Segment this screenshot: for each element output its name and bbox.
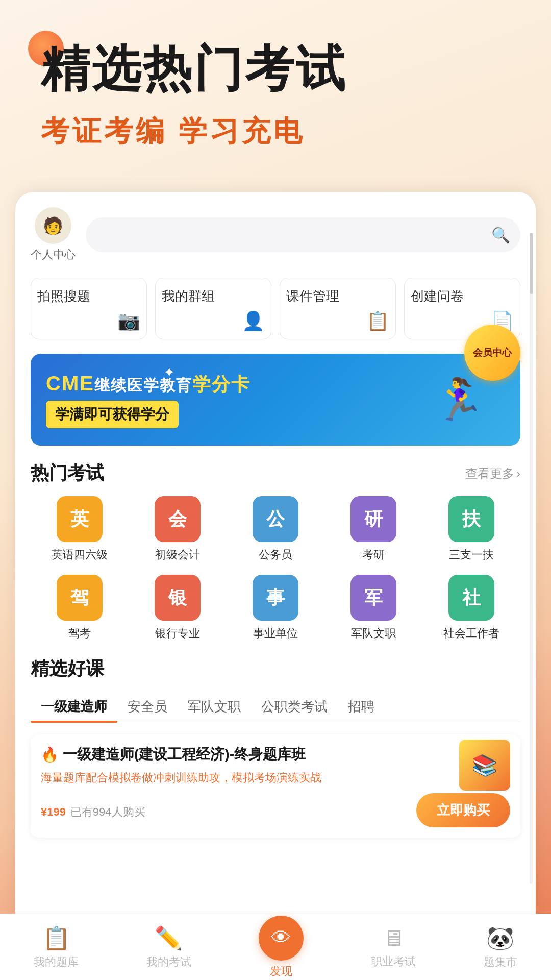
hero-section: 精选热门考试 考证考编 学习充电	[0, 0, 551, 172]
questionnaire-label: 创建问卷	[411, 287, 464, 305]
good-courses-title: 精选好课	[31, 656, 104, 681]
avatar: 🧑	[35, 207, 71, 244]
member-badge[interactable]: 会员中心	[464, 325, 520, 381]
courseware-label: 课件管理	[286, 287, 339, 305]
question-market-icon: 🐼	[486, 925, 514, 951]
exam-icon-english: 英	[57, 496, 103, 542]
exam-label-social: 社会工作者	[443, 626, 499, 641]
hero-title: 精选热门考试	[41, 41, 520, 97]
exam-label-accounting: 初级会计	[155, 547, 200, 562]
question-market-label: 题集市	[484, 954, 517, 970]
exam-item-banking[interactable]: 银 银行专业	[129, 575, 227, 641]
tab-recruitment[interactable]: 招聘	[338, 692, 385, 722]
exam-icon-sanzhiyifu: 扶	[448, 496, 494, 542]
nav-career-exam[interactable]: 🖥 职业考试	[361, 920, 426, 974]
exam-label-military: 军队文职	[351, 626, 396, 641]
buy-button[interactable]: 立即购买	[416, 793, 510, 827]
good-courses-section: 精选好课 一级建造师 安全员 军队文职 公职类考试 招聘 🔥 一级建造师(建设工…	[31, 656, 520, 838]
quick-action-courseware[interactable]: 课件管理 📋	[280, 278, 396, 339]
course-thumbnail: 📚	[459, 740, 510, 791]
exam-item-sanzhiyifu[interactable]: 扶 三支一扶	[422, 496, 520, 562]
exam-label-english: 英语四六级	[52, 547, 108, 562]
course-meta: ¥199 已有994人购买 立即购买	[41, 793, 510, 827]
quick-action-group[interactable]: 我的群组 👤	[155, 278, 271, 339]
exam-label-sanzhiyifu: 三支一扶	[449, 547, 494, 562]
exam-icon-institution: 事	[253, 575, 298, 621]
my-questions-label: 我的题库	[34, 954, 79, 970]
nav-question-market[interactable]: 🐼 题集市	[473, 920, 528, 975]
tab-military-civil[interactable]: 军队文职	[178, 692, 251, 722]
course-card[interactable]: 🔥 一级建造师(建设工程经济)-终身题库班 海量题库配合模拟卷做冲刺训练助攻，模…	[31, 734, 520, 838]
hero-title-text: 精选热门考试	[41, 41, 347, 96]
career-exam-label: 职业考试	[371, 954, 416, 969]
app-card: 🧑 个人中心 🔍 拍照搜题 📷 我的群组 👤 课件管理 📋 创建问卷 📄 CM	[15, 192, 536, 924]
banner-title: CME继续医学教育学分卡	[46, 371, 251, 396]
exam-icon-driving: 驾	[57, 575, 103, 621]
exam-icon-military: 军	[350, 575, 396, 621]
exam-icon-banking: 银	[155, 575, 201, 621]
cme-banner[interactable]: CME继续医学教育学分卡 学满即可获得学分 ✦ 🏃‍♀️	[31, 354, 520, 446]
camera-icon: 📷	[117, 310, 140, 332]
quick-actions: 拍照搜题 📷 我的群组 👤 课件管理 📋 创建问卷 📄	[31, 278, 520, 339]
bottom-nav: 📋 我的题库 ✏️ 我的考试 👁 发现 🖥 职业考试 🐼 题集市	[0, 914, 551, 980]
tab-public-exam[interactable]: 公职类考试	[251, 692, 338, 722]
member-badge-label: 会员中心	[473, 346, 512, 359]
discover-icon: 👁	[259, 916, 304, 961]
exam-item-civil[interactable]: 公 公务员	[227, 496, 324, 562]
exam-icon-social: 社	[448, 575, 494, 621]
tab-constructor[interactable]: 一级建造师	[31, 692, 117, 722]
course-title: 一级建造师(建设工程经济)-终身题库班	[63, 745, 306, 764]
good-courses-header: 精选好课	[31, 656, 520, 681]
nav-my-questions[interactable]: 📋 我的题库	[23, 920, 89, 975]
my-exams-label: 我的考试	[146, 954, 191, 970]
exam-item-english[interactable]: 英 英语四六级	[31, 496, 129, 562]
banner-subtitle: 学满即可获得学分	[55, 406, 169, 422]
exam-item-social[interactable]: 社 社会工作者	[422, 575, 520, 641]
exam-item-driving[interactable]: 驾 驾考	[31, 575, 129, 641]
hot-exams-title: 热门考试	[31, 461, 104, 486]
search-bar[interactable]: 🔍	[86, 217, 520, 252]
course-desc: 海量题库配合模拟卷做冲刺训练助攻，模拟考场演练实战	[41, 769, 510, 786]
my-exams-icon: ✏️	[155, 925, 183, 951]
banner-character-icon: 🏃‍♀️	[434, 376, 485, 424]
course-price: ¥199	[41, 801, 70, 819]
my-questions-icon: 📋	[42, 925, 70, 951]
career-exam-icon: 🖥	[382, 925, 405, 951]
exam-label-driving: 驾考	[68, 626, 91, 641]
nav-my-exams[interactable]: ✏️ 我的考试	[136, 920, 202, 975]
bottom-spacer	[31, 838, 520, 914]
photo-search-label: 拍照搜题	[37, 287, 90, 305]
course-price-block: ¥199 已有994人购买	[41, 801, 145, 820]
search-icon[interactable]: 🔍	[491, 226, 510, 244]
user-label: 个人中心	[31, 247, 76, 262]
scrollbar-track[interactable]	[530, 233, 533, 884]
quick-action-photo[interactable]: 拍照搜题 📷	[31, 278, 147, 339]
user-center[interactable]: 🧑 个人中心	[31, 207, 76, 262]
exam-item-military[interactable]: 军 军队文职	[324, 575, 422, 641]
scrollbar-thumb[interactable]	[530, 233, 533, 294]
hot-exams-header: 热门考试 查看更多 ›	[31, 461, 520, 486]
exam-icon-graduate: 研	[350, 496, 396, 542]
fire-icon: 🔥	[41, 746, 59, 763]
group-label: 我的群组	[162, 287, 215, 305]
exam-label-banking: 银行专业	[155, 626, 200, 641]
hot-exams-more[interactable]: 查看更多 ›	[465, 465, 520, 482]
top-bar: 🧑 个人中心 🔍	[31, 207, 520, 262]
more-label: 查看更多	[465, 465, 514, 482]
exam-item-graduate[interactable]: 研 考研	[324, 496, 422, 562]
course-students: 已有994人购买	[70, 805, 145, 818]
tab-safety[interactable]: 安全员	[117, 692, 178, 722]
exam-item-institution[interactable]: 事 事业单位	[227, 575, 324, 641]
banner-text: CME继续医学教育学分卡 学满即可获得学分	[46, 371, 251, 428]
courses-tabs: 一级建造师 安全员 军队文职 公职类考试 招聘	[31, 692, 520, 722]
exam-icon-civil: 公	[253, 496, 298, 542]
banner-subtitle-box: 学满即可获得学分	[46, 401, 179, 428]
nav-discover[interactable]: 👁 发现	[248, 911, 314, 981]
exam-label-institution: 事业单位	[253, 626, 298, 641]
exam-label-graduate: 考研	[362, 547, 385, 562]
exam-item-accounting[interactable]: 会 初级会计	[129, 496, 227, 562]
exam-label-civil: 公务员	[259, 547, 292, 562]
discover-label: 发现	[270, 964, 292, 979]
exam-icon-accounting: 会	[155, 496, 201, 542]
group-icon: 👤	[242, 310, 265, 332]
